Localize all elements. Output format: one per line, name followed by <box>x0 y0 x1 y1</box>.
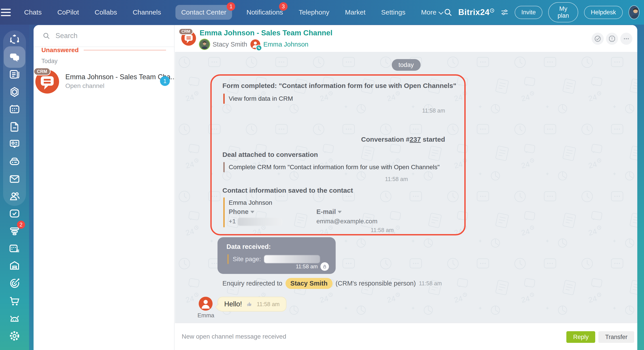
participant-name[interactable]: Emma Johnson <box>263 41 308 48</box>
chat-title[interactable]: Emma Johnson - Sales Team Channel <box>200 29 332 37</box>
message-time: 11:58 am <box>257 301 280 308</box>
contact-name: Emma Johnson <box>229 199 378 206</box>
feed-icon[interactable] <box>6 66 23 83</box>
left-sidebar: 2 <box>0 24 29 350</box>
calendar-icon[interactable] <box>6 100 23 118</box>
nav-contact-center[interactable]: Contact Center 1 <box>176 5 232 20</box>
message-time: 11:58 am <box>296 264 318 270</box>
stacy-avatar[interactable] <box>200 40 210 49</box>
quote-bar <box>223 162 225 172</box>
alert-octagon-icon[interactable] <box>606 33 618 45</box>
conversation-suffix: started <box>421 136 445 143</box>
chat-search-row <box>34 25 174 47</box>
phone-prefix: +1 <box>229 218 236 225</box>
quote-bar <box>223 94 225 104</box>
nav-settings[interactable]: Settings <box>380 5 406 20</box>
date-pill: today <box>392 59 421 71</box>
employees-icon[interactable] <box>6 188 23 205</box>
nav-chats[interactable]: Chats <box>23 5 43 20</box>
copilot-icon[interactable] <box>6 31 23 48</box>
redirect-prefix: Enquiry redirected to <box>222 280 282 287</box>
bitrix24-logo[interactable]: Bitrix24 <box>458 8 494 17</box>
crm-funnel-icon[interactable]: 2 <box>6 222 23 240</box>
message-time: 11:58 am <box>422 108 445 114</box>
search-icon <box>42 32 50 40</box>
nav-notifications[interactable]: Notifications 3 <box>245 5 284 20</box>
nav-telephony[interactable]: Telephony <box>298 5 331 20</box>
invite-button[interactable]: Invite <box>515 6 543 19</box>
data-received-bubble: Data received: Site page: 11:58 am <box>218 237 336 274</box>
tasks-icon[interactable] <box>6 205 23 222</box>
thumbs-up-icon[interactable] <box>246 301 252 307</box>
check-circle-icon[interactable] <box>592 33 604 45</box>
chevron-down-icon <box>438 10 444 15</box>
chat-list-item[interactable]: CRM Emma Johnson - Sales Team Cha... Ope… <box>34 69 174 95</box>
drive-icon[interactable] <box>6 153 23 170</box>
conversation-started-line: Conversation #237 started <box>361 136 445 143</box>
warehouse-icon[interactable] <box>6 257 23 274</box>
redacted-phone <box>238 218 282 226</box>
data-received-title: Data received: <box>226 243 271 250</box>
main-nav: Chats CoPilot Collabs Channels Contact C… <box>23 5 444 20</box>
chat-search-input[interactable] <box>55 32 151 40</box>
redacted-url <box>264 255 320 263</box>
marketing-icon[interactable] <box>6 274 23 292</box>
search-icon[interactable] <box>444 8 452 17</box>
clock-icon <box>490 8 494 14</box>
contact-saved-title: Contact information saved to the contact <box>222 187 353 194</box>
ellipsis-icon[interactable] <box>620 33 632 45</box>
chat-footer: New open channel message received Reply … <box>175 323 637 350</box>
view-form-data-link[interactable]: View form data in CRM <box>229 95 293 102</box>
phone-dropdown[interactable]: Phone <box>229 208 316 216</box>
section-unanswered-label: Unanswered <box>42 46 79 54</box>
reply-button[interactable]: Reply <box>566 331 595 343</box>
mail-icon[interactable] <box>6 170 23 188</box>
crm-tag: CRM <box>178 28 193 35</box>
emma-message-avatar[interactable] <box>199 297 212 310</box>
deal-attached-quote: Complete CRM form "Contact information f… <box>223 162 440 172</box>
form-completed-quote: View form data in CRM <box>223 94 293 104</box>
message-time: 11:58 am <box>371 227 394 234</box>
planner-icon[interactable] <box>6 240 23 257</box>
chats-icon[interactable] <box>6 48 23 66</box>
workgroups-icon[interactable] <box>6 83 23 101</box>
bitrix24-logo-text: Bitrix24 <box>458 8 490 17</box>
nav-channels[interactable]: Channels <box>131 5 162 20</box>
ai-bot-icon[interactable] <box>6 310 23 327</box>
phone-label: Phone <box>229 208 248 215</box>
email-value: emma@example.com <box>316 218 378 225</box>
nav-copilot[interactable]: CoPilot <box>56 5 80 20</box>
emma-avatar[interactable] <box>250 40 260 49</box>
menu-icon[interactable] <box>0 9 12 16</box>
deal-attached-title: Deal attached to conversation <box>222 151 318 158</box>
message-time: 11:58 am <box>385 176 408 182</box>
topbar-right: Bitrix24 Invite My plan Helpdesk <box>444 2 644 22</box>
contact-center-badge: 1 <box>227 2 235 11</box>
responsible-person-pill[interactable]: Stacy Smith <box>286 278 332 289</box>
chat-item-avatar: CRM <box>35 70 59 94</box>
footer-status-text: New open channel message received <box>182 333 286 340</box>
documents-icon[interactable] <box>6 118 23 136</box>
email-dropdown[interactable]: E-mail <box>316 208 378 216</box>
helpdesk-button[interactable]: Helpdesk <box>584 6 623 19</box>
sender-name: Emma <box>195 312 217 319</box>
message-time: 11:58 am <box>419 280 442 287</box>
settings-icon[interactable] <box>6 327 23 345</box>
user-avatar[interactable] <box>628 5 640 19</box>
crm-tag: CRM <box>34 68 50 76</box>
nav-market[interactable]: Market <box>344 5 367 20</box>
my-plan-button[interactable]: My plan <box>548 2 578 22</box>
store-icon[interactable] <box>6 292 23 310</box>
quote-bar <box>223 198 225 227</box>
filter-sliders-icon[interactable] <box>500 8 509 17</box>
footer-buttons: Reply Transfer <box>566 331 634 343</box>
transfer-button[interactable]: Transfer <box>598 331 634 343</box>
nav-more[interactable]: More <box>420 5 444 20</box>
boards-icon[interactable] <box>6 136 23 153</box>
tour-highlight-box: Form completed: "Contact information for… <box>210 74 466 236</box>
participant-name[interactable]: Stacy Smith <box>212 41 247 48</box>
caret-down-icon <box>250 211 254 213</box>
nav-collabs[interactable]: Collabs <box>93 5 118 20</box>
crm-form-link[interactable]: Complete CRM form "Contact information f… <box>229 164 440 171</box>
conversation-number-link[interactable]: 237 <box>410 136 421 143</box>
